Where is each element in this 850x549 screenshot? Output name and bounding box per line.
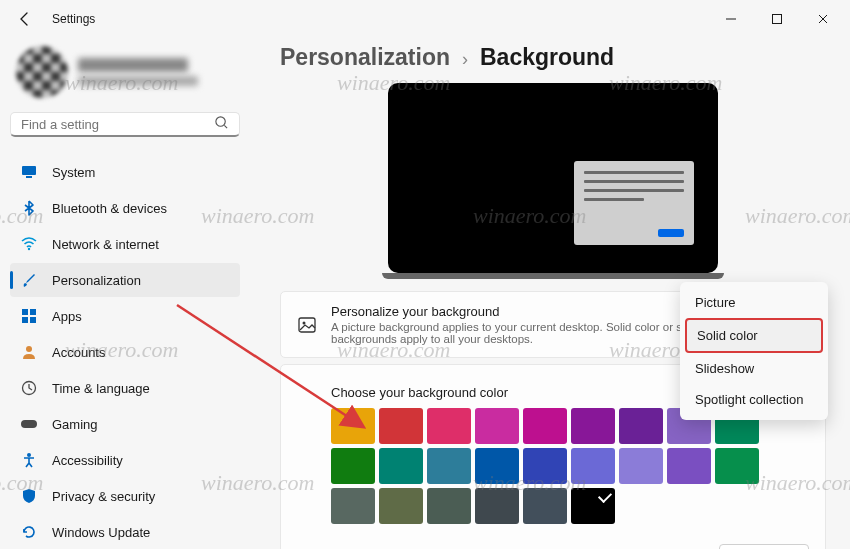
clock-globe-icon [20,379,38,397]
sidebar-item-gaming[interactable]: Gaming [10,407,240,441]
svg-point-11 [26,346,32,352]
maximize-button[interactable] [754,0,800,38]
sidebar-item-network-internet[interactable]: Network & internet [10,227,240,261]
sidebar-item-apps[interactable]: Apps [10,299,240,333]
color-swatch[interactable] [523,488,567,524]
color-swatch[interactable] [427,488,471,524]
sidebar-item-windows-update[interactable]: Windows Update [10,515,240,549]
shield-icon [20,487,38,505]
avatar [16,46,68,98]
color-swatch[interactable] [379,448,423,484]
breadcrumb-sep: › [462,49,468,70]
svg-rect-13 [21,420,37,428]
svg-rect-4 [22,166,36,175]
brush-icon [20,271,38,289]
main-content: Personalization › Background Personalize… [250,38,850,549]
sidebar-item-privacy-security[interactable]: Privacy & security [10,479,240,513]
sidebar-item-accounts[interactable]: Accounts [10,335,240,369]
color-swatch[interactable] [475,448,519,484]
search-input-wrap[interactable] [10,112,240,137]
picture-icon [297,315,317,335]
svg-point-14 [27,453,31,457]
color-swatch[interactable] [619,408,663,444]
background-type-menu: PictureSolid colorSlideshowSpotlight col… [680,282,828,420]
color-swatch[interactable] [523,408,567,444]
svg-point-16 [303,321,306,324]
sidebar-item-label: Apps [52,309,82,324]
color-swatch[interactable] [427,448,471,484]
sidebar-item-label: Accounts [52,345,105,360]
bluetooth-icon [20,199,38,217]
search-input[interactable] [21,117,214,132]
color-swatch[interactable] [379,408,423,444]
menu-item-solid-color[interactable]: Solid color [685,318,823,353]
color-swatch[interactable] [331,408,375,444]
color-swatch[interactable] [475,408,519,444]
color-swatch[interactable] [331,488,375,524]
svg-point-2 [216,117,225,126]
sidebar: SystemBluetooth & devicesNetwork & inter… [0,38,250,549]
sidebar-item-system[interactable]: System [10,155,240,189]
color-swatch[interactable] [715,448,759,484]
desktop-preview [388,83,718,273]
svg-point-6 [28,248,30,250]
apps-icon [20,307,38,325]
gaming-icon [20,415,38,433]
sidebar-item-label: Time & language [52,381,150,396]
breadcrumb: Personalization › Background [280,44,826,71]
color-swatch[interactable] [331,448,375,484]
color-swatch[interactable] [427,408,471,444]
color-swatch[interactable] [523,448,567,484]
color-swatch[interactable] [379,488,423,524]
sidebar-item-label: Gaming [52,417,98,432]
color-swatch[interactable] [571,488,615,524]
sidebar-item-time-language[interactable]: Time & language [10,371,240,405]
sidebar-item-label: Privacy & security [52,489,155,504]
sidebar-item-label: Personalization [52,273,141,288]
color-swatch[interactable] [571,408,615,444]
svg-rect-7 [22,309,28,315]
search-icon [214,115,229,133]
color-swatch[interactable] [619,448,663,484]
sidebar-item-label: System [52,165,95,180]
monitor-icon [20,163,38,181]
view-colors-button[interactable]: View colors [719,544,809,549]
sidebar-item-bluetooth-devices[interactable]: Bluetooth & devices [10,191,240,225]
sidebar-item-label: Network & internet [52,237,159,252]
sidebar-item-label: Windows Update [52,525,150,540]
window-title: Settings [52,12,95,26]
minimize-button[interactable] [708,0,754,38]
wifi-icon [20,235,38,253]
user-account-block[interactable] [10,42,240,112]
svg-rect-8 [30,309,36,315]
preview-window-mock [574,161,694,245]
menu-item-spotlight-collection[interactable]: Spotlight collection [685,384,823,415]
svg-rect-1 [773,15,782,24]
color-swatch[interactable] [571,448,615,484]
sidebar-item-accessibility[interactable]: Accessibility [10,443,240,477]
accessibility-icon [20,451,38,469]
menu-item-picture[interactable]: Picture [685,287,823,318]
breadcrumb-parent[interactable]: Personalization [280,44,450,71]
svg-line-3 [224,125,227,128]
sidebar-item-personalization[interactable]: Personalization [10,263,240,297]
color-swatch[interactable] [667,448,711,484]
close-button[interactable] [800,0,846,38]
menu-item-slideshow[interactable]: Slideshow [685,353,823,384]
person-icon [20,343,38,361]
back-button[interactable] [14,8,36,30]
sidebar-item-label: Bluetooth & devices [52,201,167,216]
update-icon [20,523,38,541]
color-swatch[interactable] [475,488,519,524]
svg-rect-9 [22,317,28,323]
svg-rect-5 [26,176,32,178]
svg-rect-10 [30,317,36,323]
sidebar-item-label: Accessibility [52,453,123,468]
breadcrumb-current: Background [480,44,614,71]
